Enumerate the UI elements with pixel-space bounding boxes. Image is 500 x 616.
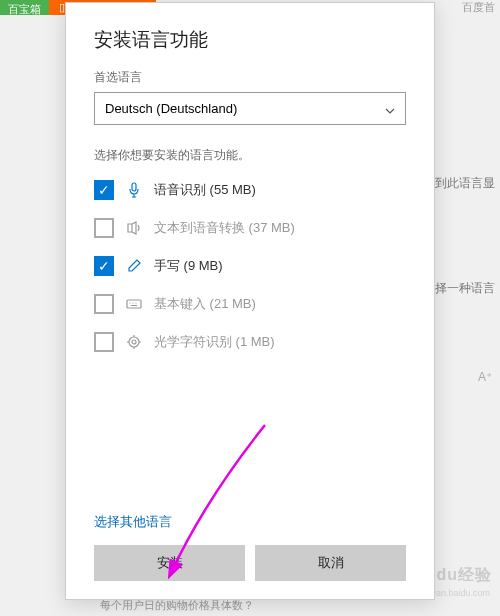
svg-point-2 — [129, 302, 130, 303]
language-dropdown[interactable]: Deutsch (Deutschland) — [94, 92, 406, 125]
bg-tab-green: 百宝箱 — [0, 0, 49, 15]
feature-checkbox — [94, 218, 114, 238]
feature-checkbox — [94, 332, 114, 352]
feature-row-pen[interactable]: ✓手写 (9 MB) — [94, 256, 406, 276]
select-other-language-link[interactable]: 选择其他语言 — [94, 513, 406, 531]
feature-label: 手写 (9 MB) — [154, 257, 223, 275]
feature-label: 光学字符识别 (1 MB) — [154, 333, 275, 351]
preferred-language-label: 首选语言 — [94, 69, 406, 86]
svg-rect-0 — [132, 183, 136, 191]
svg-point-4 — [135, 302, 136, 303]
svg-point-6 — [129, 337, 139, 347]
bg-bottom-text: 每个用户日的购物价格具体数？ — [100, 598, 254, 613]
check-icon: ✓ — [98, 182, 110, 198]
select-features-label: 选择你想要安装的语言功能。 — [94, 147, 406, 164]
feature-row-tts: 文本到语音转换 (37 MB) — [94, 218, 406, 238]
feature-label: 基本键入 (21 MB) — [154, 295, 256, 313]
bg-translate-icon: A⁺ — [478, 370, 492, 384]
feature-label: 文本到语音转换 (37 MB) — [154, 219, 295, 237]
svg-point-3 — [132, 302, 133, 303]
feature-row-mic[interactable]: ✓语音识别 (55 MB) — [94, 180, 406, 200]
svg-rect-5 — [131, 305, 137, 306]
bg-right-text-2: 择一种语言 — [435, 280, 495, 297]
dropdown-value: Deutsch (Deutschland) — [105, 101, 237, 116]
svg-rect-1 — [127, 300, 141, 308]
mic-icon — [126, 182, 142, 198]
feature-checkbox[interactable]: ✓ — [94, 256, 114, 276]
check-icon: ✓ — [98, 258, 110, 274]
feature-row-ocr: 光学字符识别 (1 MB) — [94, 332, 406, 352]
install-language-dialog: 安装语言功能 首选语言 Deutsch (Deutschland) 选择你想要安… — [65, 2, 435, 600]
svg-point-7 — [132, 340, 136, 344]
feature-row-keyboard: 基本键入 (21 MB) — [94, 294, 406, 314]
tts-icon — [126, 220, 142, 236]
chevron-down-icon — [385, 104, 395, 114]
install-button[interactable]: 安装 — [94, 545, 245, 581]
cancel-button[interactable]: 取消 — [255, 545, 406, 581]
keyboard-icon — [126, 296, 142, 312]
pen-icon — [126, 258, 142, 274]
feature-label: 语音识别 (55 MB) — [154, 181, 256, 199]
bg-search-text: 百度首 — [462, 0, 495, 15]
dialog-title: 安装语言功能 — [94, 27, 406, 53]
feature-checkbox — [94, 294, 114, 314]
ocr-icon — [126, 334, 142, 350]
feature-checkbox[interactable]: ✓ — [94, 180, 114, 200]
bg-right-text-1: 到此语言显 — [435, 175, 495, 192]
